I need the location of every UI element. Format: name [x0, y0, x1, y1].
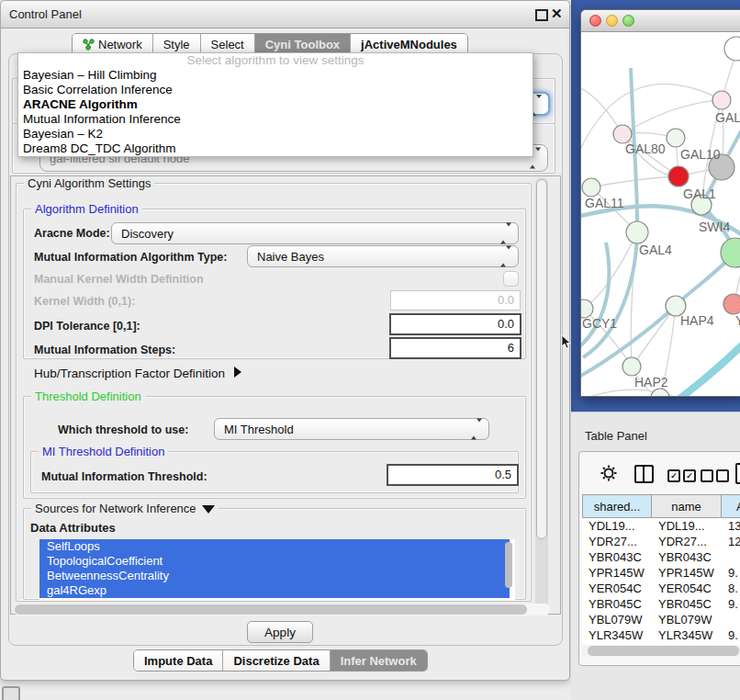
- table-rows-area[interactable]: YDL19...YDL19...13 YDR27...YDR27...12 YB…: [582, 518, 740, 645]
- settings-gear-icon[interactable]: [600, 464, 618, 482]
- dropdown-item-aracne[interactable]: ARACNE Algorithm: [18, 97, 533, 112]
- network-nodes[interactable]: [581, 37, 740, 396]
- column-header-name[interactable]: name: [651, 494, 722, 518]
- cell: YDR27...: [582, 534, 652, 549]
- node-hap2[interactable]: [622, 357, 641, 376]
- table-row[interactable]: YBR045CYBR045C9.: [582, 596, 740, 612]
- cell: YER054C: [652, 581, 722, 596]
- cell: YBR043C: [582, 549, 652, 565]
- tab-discretize-data[interactable]: Discretize Data: [223, 650, 330, 671]
- dpi-tolerance-field[interactable]: 0.0: [389, 313, 521, 335]
- tab-style[interactable]: Style: [153, 34, 201, 54]
- dropdown-item[interactable]: Dream8 DC_TDC Algorithm: [18, 141, 533, 156]
- table-row[interactable]: YER054CYER054C8.: [582, 581, 740, 596]
- list-item-selected[interactable]: BetweennessCentrality: [39, 569, 510, 583]
- tab-impute-data[interactable]: Impute Data: [134, 650, 223, 671]
- table-row[interactable]: YLR345WYLR345W9.: [582, 627, 740, 643]
- dropdown-item[interactable]: Bayesian – Hill Climbing: [18, 68, 533, 83]
- hide-columns-icon[interactable]: [701, 468, 732, 482]
- settings-vscrollbar-thumb[interactable]: [536, 179, 547, 539]
- dpi-tolerance-label: DPI Tolerance [0,1]:: [34, 320, 140, 333]
- group-title: MI Threshold Definition: [39, 445, 168, 458]
- columns-icon[interactable]: [634, 465, 654, 483]
- dropdown-item[interactable]: Mutual Information Inference: [18, 112, 533, 127]
- node-y-partial[interactable]: [723, 294, 740, 314]
- column-header-shared-name[interactable]: shared...: [582, 494, 652, 518]
- tab-label: Discretize Data: [233, 654, 319, 668]
- list-item-selected[interactable]: TopologicalCoefficient: [39, 554, 510, 569]
- manual-kernel-checkbox[interactable]: [503, 271, 519, 287]
- list-item-selected[interactable]: SelfLoops: [39, 539, 510, 554]
- table-row[interactable]: YBR043CYBR043C: [582, 549, 740, 565]
- settings-vscrollbar[interactable]: [535, 177, 548, 613]
- close-traffic-light-icon[interactable]: [589, 15, 601, 27]
- settings-hscrollbar[interactable]: [14, 604, 550, 615]
- cell: [722, 549, 740, 565]
- export-table-icon[interactable]: [735, 463, 740, 484]
- node-gal10[interactable]: [667, 129, 685, 147]
- network-window-titlebar[interactable]: [581, 10, 740, 32]
- aracne-mode-combo[interactable]: Discovery: [111, 222, 519, 244]
- table-row[interactable]: YPR145WYPR145W9.: [582, 565, 740, 581]
- minimized-panel-icon[interactable]: [2, 686, 20, 700]
- zoom-traffic-light-icon[interactable]: [622, 15, 634, 27]
- which-threshold-combo[interactable]: MI Threshold: [214, 418, 489, 440]
- combo-arrows-icon: [471, 423, 482, 436]
- apply-button[interactable]: Apply: [247, 621, 313, 643]
- node-gal80[interactable]: [613, 125, 632, 143]
- node-gal11[interactable]: [582, 178, 600, 197]
- table-panel-inner: ✓✓ shared... name A YDL19...YDL19...13 Y…: [578, 451, 740, 666]
- data-attributes-label: Data Attributes: [30, 521, 116, 535]
- table-row[interactable]: YDL19...YDL19...13: [582, 518, 740, 534]
- dropdown-item[interactable]: Basic Correlation Inference: [18, 83, 533, 97]
- float-window-icon[interactable]: [535, 9, 548, 21]
- table-row[interactable]: YBL079WYBL079W: [582, 612, 740, 627]
- tab-jactivemnodules[interactable]: jActiveMNodules: [351, 34, 467, 54]
- settings-hscrollbar-thumb[interactable]: [15, 604, 527, 615]
- node-label: GCY1: [582, 316, 617, 331]
- table-panel: Table Panel ✓✓ shared...: [571, 412, 740, 700]
- show-columns-icon[interactable]: ✓✓: [667, 468, 699, 482]
- kernel-width-label: Kernel Width (0,1):: [34, 295, 135, 308]
- minimize-traffic-light-icon[interactable]: [606, 15, 618, 27]
- dropdown-item[interactable]: Bayesian – K2: [18, 127, 533, 141]
- unchecked-box-icon: [716, 469, 729, 482]
- list-scrollbar-thumb[interactable]: [505, 542, 512, 588]
- tab-cyni-toolbox[interactable]: Cyni Toolbox: [255, 34, 351, 54]
- node-gal-partial[interactable]: [712, 91, 731, 109]
- expanded-arrow-icon[interactable]: [202, 505, 215, 514]
- node-partial-bottom[interactable]: [651, 389, 669, 396]
- list-item-selected[interactable]: gal4RGexp: [39, 583, 510, 598]
- table-hscrollbar[interactable]: [582, 645, 740, 657]
- tab-network[interactable]: Network: [73, 34, 153, 54]
- node-label: GAL4: [639, 243, 672, 257]
- hub-tf-expander[interactable]: Hub/Transcription Factor Definition: [34, 367, 241, 380]
- node-label: GAL10: [680, 147, 721, 162]
- tab-infer-network[interactable]: Infer Network: [331, 650, 427, 671]
- network-canvas[interactable]: GAL GAL80 GAL10 GAL1 GAL11 SWI4 GAL4 GCY…: [581, 31, 740, 396]
- node-label: Y: [735, 313, 740, 328]
- table-hscrollbar-thumb[interactable]: [588, 646, 739, 656]
- cell: YER054C: [582, 581, 652, 596]
- column-header-partial[interactable]: A: [721, 494, 740, 518]
- tab-label: Impute Data: [144, 654, 212, 668]
- tab-select[interactable]: Select: [201, 34, 255, 54]
- mi-threshold-field[interactable]: 0.5: [387, 464, 519, 486]
- node-gal1[interactable]: [668, 166, 689, 186]
- node-gal4[interactable]: [626, 221, 648, 243]
- close-icon[interactable]: ✕: [551, 6, 563, 22]
- cell: YBR045C: [652, 596, 722, 612]
- control-panel-titlebar[interactable]: Control Panel ✕: [1, 1, 569, 28]
- mi-type-combo[interactable]: Naive Bayes: [247, 245, 519, 267]
- algorithm-dropdown-popup: Select algorithm to view settings Bayesi…: [17, 52, 533, 157]
- cell: 13: [722, 518, 740, 534]
- data-attributes-list[interactable]: SelfLoops TopologicalCoefficient Between…: [39, 539, 515, 600]
- group-title: Threshold Definition: [31, 390, 145, 403]
- table-row[interactable]: YDR27...YDR27...12: [582, 534, 740, 549]
- cell: [722, 612, 740, 627]
- which-threshold-label: Which threshold to use:: [58, 423, 188, 436]
- cell: 9.: [722, 565, 740, 581]
- mi-steps-field[interactable]: 6: [389, 337, 521, 359]
- kernel-width-field[interactable]: 0.0: [390, 290, 521, 310]
- node-partial-top[interactable]: [724, 37, 740, 61]
